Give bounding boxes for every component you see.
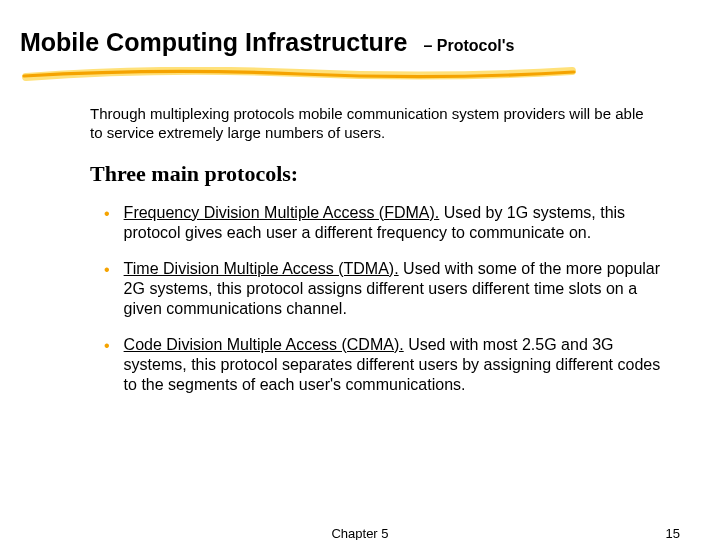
bullet-body: Time Division Multiple Access (TDMA). Us… (124, 259, 670, 319)
title-row: Mobile Computing Infrastructure – Protoc… (20, 28, 700, 57)
bullet-lead: Frequency Division Multiple Access (FDMA… (124, 204, 440, 221)
bullet-icon: • (104, 204, 110, 225)
page-number: 15 (666, 526, 680, 540)
title-underline (20, 67, 700, 81)
slide-title-main: Mobile Computing Infrastructure (20, 28, 408, 57)
subheading: Three main protocols: (90, 161, 700, 187)
slide: Mobile Computing Infrastructure – Protoc… (0, 0, 720, 540)
bullet-lead: Time Division Multiple Access (TDMA). (124, 260, 399, 277)
footer-chapter: Chapter 5 (331, 526, 388, 540)
bullet-icon: • (104, 336, 110, 357)
slide-title-sub: – Protocol's (424, 37, 515, 55)
list-item: • Time Division Multiple Access (TDMA). … (104, 259, 670, 319)
bullet-body: Code Division Multiple Access (CDMA). Us… (124, 335, 670, 395)
list-item: • Frequency Division Multiple Access (FD… (104, 203, 670, 243)
bullet-lead: Code Division Multiple Access (CDMA). (124, 336, 404, 353)
bullet-icon: • (104, 260, 110, 281)
intro-text: Through multiplexing protocols mobile co… (90, 105, 660, 143)
bullet-body: Frequency Division Multiple Access (FDMA… (124, 203, 670, 243)
list-item: • Code Division Multiple Access (CDMA). … (104, 335, 670, 395)
underline-icon (20, 67, 580, 83)
bullet-list: • Frequency Division Multiple Access (FD… (104, 203, 670, 395)
